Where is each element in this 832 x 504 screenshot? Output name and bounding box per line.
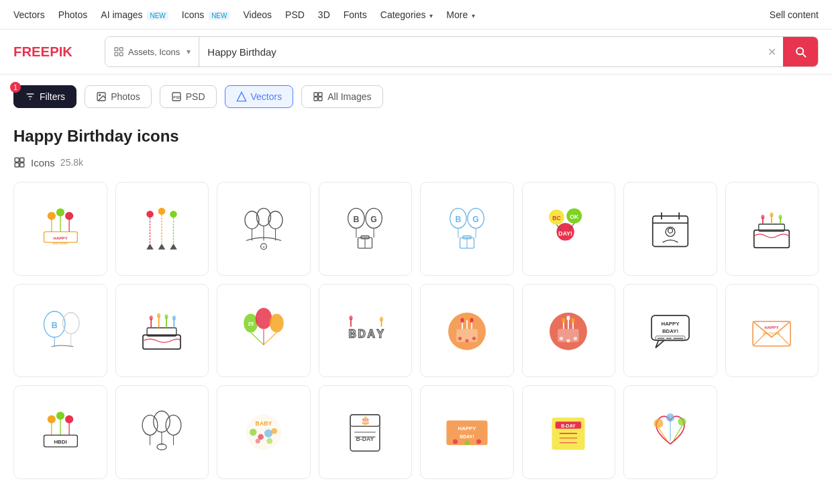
psd-filter-button[interactable]: PSD PSD (160, 85, 217, 108)
svg-rect-16 (319, 97, 322, 101)
svg-point-169 (250, 429, 257, 436)
sell-content-link[interactable]: Sell content (770, 9, 819, 20)
svg-point-98 (150, 315, 153, 320)
icon-card-18[interactable] (115, 385, 209, 479)
icon-1-image: HAPPY -BIRTHDAY- (37, 205, 84, 252)
all-images-filter-button[interactable]: All Images (301, 85, 382, 108)
svg-point-127 (472, 337, 476, 340)
nav-more[interactable]: More ▾ (446, 9, 475, 20)
svg-text:G: G (472, 214, 479, 223)
svg-point-194 (678, 417, 686, 425)
nav-ai-images[interactable]: AI images NEW (101, 9, 168, 20)
icon-card-22[interactable]: B-DAY (522, 385, 616, 479)
search-type-arrow-icon: ▾ (187, 47, 191, 56)
svg-text:BIRTHDAY: BIRTHDAY (763, 332, 781, 336)
nav-psd[interactable]: PSD (285, 9, 305, 20)
icon-card-19[interactable]: BABY (217, 385, 311, 479)
svg-point-133 (562, 318, 566, 323)
icon-19-image: BABY (240, 409, 287, 456)
svg-point-86 (779, 215, 782, 219)
photos-filter-button[interactable]: Photos (85, 85, 152, 108)
icon-card-11[interactable]: 25 (217, 284, 311, 378)
icon-card-21[interactable]: HAPPY BDAY! (420, 385, 514, 479)
svg-point-162 (166, 415, 181, 435)
svg-text:HAPPY: HAPPY (661, 321, 680, 327)
svg-text:HAPPY: HAPPY (765, 325, 779, 330)
filter-badge: 1 (10, 82, 21, 93)
icon-card-7[interactable] (623, 182, 717, 276)
svg-point-99 (157, 313, 160, 318)
nav-videos[interactable]: Videos (243, 9, 272, 20)
svg-point-173 (256, 438, 260, 443)
nav-categories[interactable]: Categories ▾ (380, 9, 433, 20)
icon-card-8[interactable] (725, 182, 819, 276)
svg-marker-36 (147, 244, 154, 250)
svg-point-123 (465, 315, 468, 320)
nav-3d[interactable]: 3D (318, 9, 330, 20)
svg-text:HBDI: HBDI (54, 438, 66, 444)
svg-line-105 (251, 333, 264, 345)
icon-card-1[interactable]: HAPPY -BIRTHDAY- (13, 182, 107, 276)
icon-card-5[interactable]: B G (420, 182, 514, 276)
svg-point-172 (271, 428, 277, 434)
icon-card-2[interactable] (115, 182, 209, 276)
svg-rect-3 (115, 52, 118, 56)
psd-filter-icon: PSD (171, 91, 182, 102)
search-input[interactable] (199, 37, 761, 66)
svg-text:B: B (455, 214, 461, 223)
svg-point-9 (99, 95, 101, 96)
icon-card-9[interactable]: B (13, 284, 107, 378)
search-button[interactable] (783, 37, 818, 66)
svg-rect-20 (20, 163, 24, 167)
svg-rect-4 (119, 52, 123, 56)
svg-text:🎂: 🎂 (360, 415, 371, 425)
icon-card-16[interactable]: HAPPY BIRTHDAY (725, 284, 819, 378)
svg-text:-BIRTHDAY-: -BIRTHDAY- (52, 242, 68, 245)
nav-photos[interactable]: Photos (58, 9, 88, 20)
svg-rect-14 (319, 93, 322, 96)
vectors-filter-icon (236, 91, 247, 102)
psd-filter-label: PSD (186, 91, 205, 102)
filters-label: Filters (40, 91, 65, 102)
nav-icons[interactable]: Icons NEW (182, 9, 230, 20)
icon-10-image (138, 307, 185, 354)
nav-vectors[interactable]: Vectors (13, 9, 45, 20)
search-type-selector[interactable]: Assets, Icons ▾ (105, 37, 199, 66)
svg-point-103 (256, 308, 272, 330)
icon-16-image: HAPPY BIRTHDAY (748, 307, 795, 354)
logo[interactable]: FREEPIK (13, 42, 94, 62)
ai-images-badge: NEW (147, 11, 168, 20)
icon-4-image: B G (342, 205, 388, 252)
svg-rect-18 (20, 158, 24, 162)
icon-card-15[interactable]: HAPPY BDAY! (623, 284, 717, 378)
svg-text:DAY!: DAY! (559, 230, 573, 236)
icon-card-14[interactable] (522, 284, 616, 378)
icon-card-23[interactable] (623, 385, 717, 479)
icon-card-10[interactable] (115, 284, 209, 378)
icon-card-20[interactable]: B-DAY 🎂 (319, 385, 413, 479)
icon-card-17[interactable]: HBDI (13, 385, 107, 479)
icon-card-6[interactable]: BC OK DAY! (522, 182, 616, 276)
svg-text:HAPPY: HAPPY (53, 236, 67, 240)
svg-text:BABY: BABY (255, 419, 272, 426)
page-title: Happy Birthday icons (13, 127, 819, 146)
icon-card-13[interactable] (420, 284, 514, 378)
search-clear-button[interactable]: ✕ (761, 46, 783, 58)
svg-text:BC: BC (552, 215, 561, 221)
filter-bar: 1 Filters Photos PSD PSD Vectors All Ima… (0, 74, 832, 113)
nav-fonts[interactable]: Fonts (344, 9, 367, 20)
filters-button[interactable]: 1 Filters (13, 85, 76, 108)
vectors-filter-button[interactable]: Vectors (225, 85, 294, 108)
search-bar: Assets, Icons ▾ ✕ (105, 36, 819, 67)
svg-text:HAPPY: HAPPY (458, 425, 476, 432)
all-images-filter-icon (313, 91, 323, 102)
svg-point-136 (560, 337, 563, 340)
icon-card-4[interactable]: B G (319, 182, 413, 276)
section-count: 25.8k (60, 157, 83, 168)
svg-point-138 (574, 337, 577, 340)
icon-card-3[interactable]: ✦ (217, 182, 311, 276)
svg-text:G: G (371, 214, 378, 223)
svg-point-160 (142, 415, 158, 435)
svg-point-32 (170, 211, 178, 218)
icon-card-12[interactable]: B D A Y (319, 284, 413, 378)
